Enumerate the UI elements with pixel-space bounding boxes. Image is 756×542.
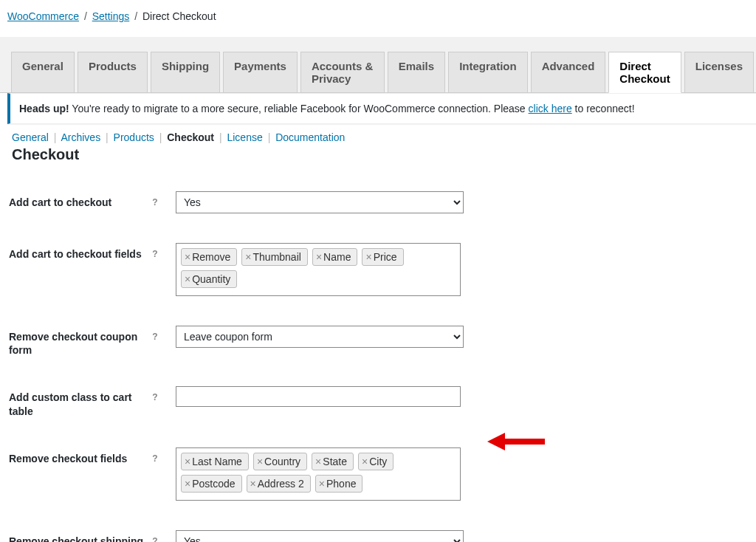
select-add-cart[interactable]: YesNo <box>176 191 464 213</box>
tag-remove-icon[interactable]: × <box>319 478 326 489</box>
tag-remove-icon[interactable]: × <box>185 456 192 467</box>
label-remove-coupon: Remove checkout coupon form <box>9 330 146 357</box>
tag-item[interactable]: ×City <box>358 453 394 470</box>
tag-remove-icon[interactable]: × <box>365 252 373 262</box>
tab-bar: General Products Shipping Payments Accou… <box>0 37 756 93</box>
row-custom-class: Add custom class to cart table ? <box>7 361 756 422</box>
breadcrumb-woocommerce[interactable]: WooCommerce <box>7 10 79 22</box>
subnav-archives[interactable]: Archives <box>61 131 100 143</box>
label-remove-fields: Remove checkout fields <box>9 452 146 465</box>
tag-label: State <box>323 456 347 467</box>
tag-label: Last Name <box>192 456 242 467</box>
tab-payments[interactable]: Payments <box>223 52 298 92</box>
breadcrumb-settings[interactable]: Settings <box>92 10 130 22</box>
tag-item[interactable]: ×Name <box>312 248 358 266</box>
help-icon[interactable]: ? <box>149 196 161 208</box>
tag-label: Postcode <box>192 478 235 490</box>
subnav-license[interactable]: License <box>227 131 262 143</box>
row-add-cart-fields: Add cart to checkout fields ? ×Remove×Th… <box>7 218 756 301</box>
tab-general[interactable]: General <box>11 52 75 92</box>
multiselect-remove-fields[interactable]: ×Last Name×Country×State×City×Postcode×A… <box>176 447 461 501</box>
tab-licenses[interactable]: Licenses <box>684 52 754 92</box>
tag-remove-icon[interactable]: × <box>185 274 192 284</box>
tag-label: Name <box>323 251 351 263</box>
notice-text-before: You're ready to migrate to a more secure… <box>69 103 529 114</box>
subnav-general[interactable]: General <box>12 131 49 143</box>
tab-advanced[interactable]: Advanced <box>531 52 606 92</box>
tag-item[interactable]: ×State <box>312 453 354 470</box>
select-remove-shipping[interactable]: YesNo <box>176 530 464 542</box>
tag-item[interactable]: ×Phone <box>315 475 363 493</box>
help-icon[interactable]: ? <box>149 453 161 464</box>
subnav-products[interactable]: Products <box>114 131 154 143</box>
tag-item[interactable]: ×Last Name <box>181 453 249 470</box>
tab-emails[interactable]: Emails <box>388 52 445 92</box>
help-icon[interactable]: ? <box>149 535 161 542</box>
tag-label: City <box>369 456 387 467</box>
input-custom-class[interactable] <box>176 386 461 407</box>
tag-remove-icon[interactable]: × <box>315 456 323 467</box>
tag-item[interactable]: ×Country <box>253 453 307 470</box>
multiselect-add-cart-fields[interactable]: ×Remove×Thumbnail×Name×Price×Quantity <box>176 243 461 296</box>
tag-label: Country <box>264 456 300 467</box>
subnav: General | Archives | Products | Checkout… <box>7 124 756 146</box>
tag-item[interactable]: ×Address 2 <box>247 475 311 493</box>
label-custom-class: Add custom class to cart table <box>9 391 146 417</box>
subnav-checkout: Checkout <box>167 131 214 143</box>
tab-products[interactable]: Products <box>78 52 148 92</box>
tab-integration[interactable]: Integration <box>448 52 528 92</box>
notice-text-after: to reconnect! <box>572 103 635 114</box>
tag-label: Quantity <box>192 273 230 285</box>
tag-remove-icon[interactable]: × <box>362 456 369 467</box>
notice-heads-up: Heads up! <box>19 103 69 114</box>
tag-remove-icon[interactable]: × <box>185 252 192 262</box>
tag-item[interactable]: ×Remove <box>181 248 237 266</box>
notice-click-here-link[interactable]: click here <box>529 103 572 114</box>
tag-remove-icon[interactable]: × <box>185 478 192 489</box>
row-remove-shipping: Remove checkout shipping address ? YesNo <box>7 505 756 542</box>
tag-remove-icon[interactable]: × <box>257 456 264 467</box>
facebook-migration-notice: Heads up! You're ready to migrate to a m… <box>7 93 756 124</box>
select-remove-coupon[interactable]: Leave coupon formRemove coupon form <box>176 326 464 348</box>
tag-label: Phone <box>326 478 356 490</box>
page-title: Checkout <box>7 146 756 171</box>
breadcrumb-sep: / <box>132 10 140 22</box>
tag-item[interactable]: ×Thumbnail <box>241 248 308 266</box>
tag-label: Remove <box>192 251 230 263</box>
label-remove-shipping: Remove checkout shipping address <box>9 535 146 542</box>
tag-remove-icon[interactable]: × <box>250 478 258 489</box>
tab-shipping[interactable]: Shipping <box>151 52 220 92</box>
row-remove-coupon: Remove checkout coupon form ? Leave coup… <box>7 301 756 361</box>
label-add-cart-fields: Add cart to checkout fields <box>9 247 146 261</box>
breadcrumb: WooCommerce / Settings / Direct Checkout <box>0 0 756 37</box>
tag-label: Thumbnail <box>253 251 301 263</box>
help-icon[interactable]: ? <box>149 331 161 343</box>
tag-label: Price <box>374 251 397 263</box>
tag-item[interactable]: ×Quantity <box>181 270 237 288</box>
breadcrumb-current: Direct Checkout <box>142 10 216 22</box>
row-add-cart: Add cart to checkout ? YesNo <box>7 171 756 218</box>
tag-remove-icon[interactable]: × <box>316 252 323 262</box>
breadcrumb-sep: / <box>82 10 89 22</box>
tag-remove-icon[interactable]: × <box>245 252 252 262</box>
content: Heads up! You're ready to migrate to a m… <box>0 93 756 542</box>
row-remove-fields: Remove checkout fields ? ×Last Name×Coun… <box>7 422 756 505</box>
label-add-cart: Add cart to checkout <box>9 196 146 209</box>
tab-direct-checkout[interactable]: Direct Checkout <box>608 52 681 93</box>
subnav-documentation[interactable]: Documentation <box>275 131 345 143</box>
help-icon[interactable]: ? <box>149 248 161 260</box>
tag-item[interactable]: ×Price <box>362 248 403 266</box>
settings-form: Add cart to checkout ? YesNo Add cart to… <box>7 171 756 542</box>
tag-label: Address 2 <box>258 478 304 490</box>
help-icon[interactable]: ? <box>149 391 161 403</box>
tab-accounts-privacy[interactable]: Accounts & Privacy <box>300 52 385 92</box>
tag-item[interactable]: ×Postcode <box>181 475 242 493</box>
